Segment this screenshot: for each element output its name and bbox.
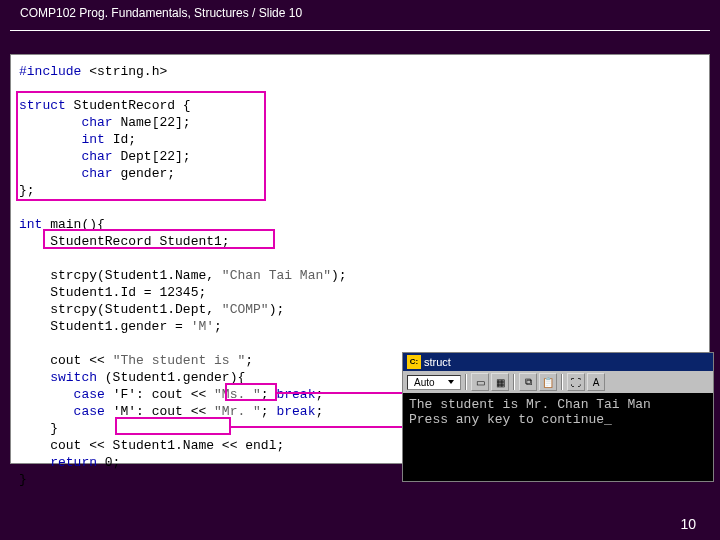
chevron-down-icon <box>448 380 454 384</box>
toolbar-separator <box>561 374 563 390</box>
output-titlebar[interactable]: C: struct <box>403 353 713 371</box>
highlight-line-2 <box>231 426 403 428</box>
toolbar-separator <box>465 374 467 390</box>
kw-include: #include <box>19 64 81 79</box>
toolbar-button-copy[interactable]: ⧉ <box>519 373 537 391</box>
auto-dropdown[interactable]: Auto <box>407 375 461 390</box>
output-window-title: struct <box>424 356 451 368</box>
highlight-struct-block <box>16 91 266 201</box>
auto-label: Auto <box>414 377 435 388</box>
highlight-line-1 <box>277 392 403 394</box>
output-window: C: struct Auto ▭ ▦ ⧉ 📋 ⛶ A The student i… <box>402 352 714 482</box>
highlight-student1-name <box>115 417 231 435</box>
console-line-2: Press any key to continue_ <box>409 412 612 427</box>
slide-title: COMP102 Prog. Fundamentals, Structures /… <box>20 6 302 20</box>
toolbar-button-1[interactable]: ▭ <box>471 373 489 391</box>
page-number: 10 <box>680 516 696 532</box>
output-toolbar: Auto ▭ ▦ ⧉ 📋 ⛶ A <box>403 371 713 393</box>
toolbar-button-props[interactable]: A <box>587 373 605 391</box>
slide-header: COMP102 Prog. Fundamentals, Structures /… <box>10 0 710 31</box>
console-line-1: The student is Mr. Chan Tai Man <box>409 397 651 412</box>
highlight-student1-decl <box>43 229 275 249</box>
ms-dos-icon: C: <box>407 355 421 369</box>
toolbar-button-fullscreen[interactable]: ⛶ <box>567 373 585 391</box>
highlight-mr-literal <box>225 383 277 401</box>
output-console: The student is Mr. Chan Tai Man Press an… <box>403 393 713 431</box>
toolbar-button-paste[interactable]: 📋 <box>539 373 557 391</box>
toolbar-separator <box>513 374 515 390</box>
toolbar-button-2[interactable]: ▦ <box>491 373 509 391</box>
